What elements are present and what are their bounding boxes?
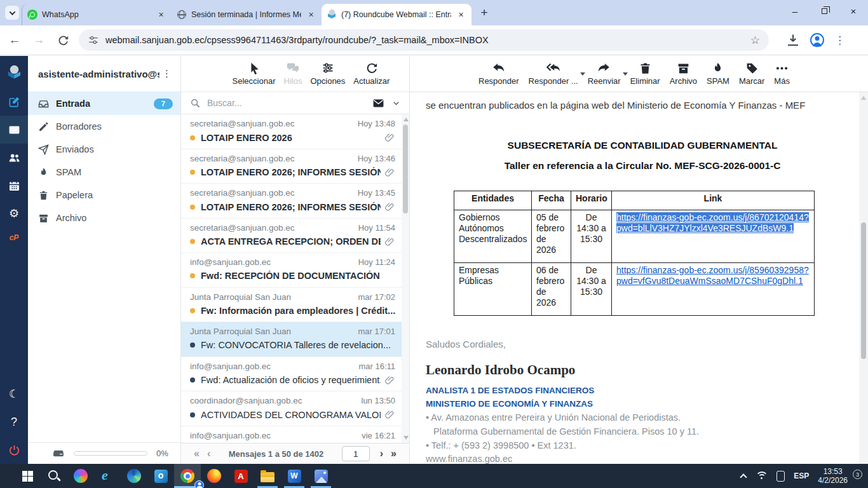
dark-mode-moon-icon[interactable]: ☾ [0, 380, 28, 408]
message-row[interactable]: secretaria@sanjuan.gob.ec Hoy 13:48 LOTA… [181, 114, 402, 149]
folder-item[interactable]: Entrada 7 [28, 92, 180, 115]
downloads-button[interactable] [785, 32, 801, 48]
taskbar-app-button[interactable] [147, 464, 174, 488]
message-toolbar-button[interactable]: Marcar [739, 62, 764, 86]
list-toolbar-button[interactable]: Hilos [284, 62, 302, 86]
folder-item[interactable]: Papelera [28, 184, 180, 207]
message-row[interactable]: secretaria@sanjuan.gob.ec Hoy 11:54 ACTA… [181, 219, 402, 254]
taskbar-app-button[interactable] [41, 464, 67, 488]
help-button[interactable]: ? [0, 408, 28, 436]
tab-search-button[interactable] [5, 6, 19, 20]
folder-item[interactable]: Enviados [28, 138, 180, 161]
compose-button[interactable] [0, 88, 28, 116]
read-status-dot[interactable] [190, 170, 195, 175]
taskbar-app-button[interactable] [227, 464, 254, 488]
hidden-icons-chevron[interactable] [740, 473, 747, 480]
page-number-input[interactable] [342, 446, 370, 461]
message-row[interactable]: secretaria@sanjuan.gob.ec Hoy 13:46 LOTA… [181, 149, 402, 184]
message-toolbar-button[interactable]: Eliminar [630, 62, 660, 86]
bookmark-star-icon[interactable]: ☆ [750, 34, 760, 47]
list-toolbar-button[interactable]: Seleccionar [233, 62, 276, 86]
new-tab-button[interactable]: + [475, 4, 493, 22]
folder-item[interactable]: Archivo [28, 207, 180, 229]
mail-nav-button[interactable] [0, 116, 28, 144]
forward-button[interactable]: → [29, 30, 48, 50]
language-indicator[interactable]: ESP [794, 471, 809, 480]
taskbar-app-button[interactable] [254, 464, 281, 488]
message-row[interactable]: Junta Parroquial San Juan mar 17:02 Fw: … [181, 288, 402, 323]
scrollbar-thumb[interactable] [403, 125, 408, 214]
message-row[interactable]: coordinador@sanjuan.gob.ec lun 13:50 ACT… [181, 391, 402, 426]
list-toolbar-button[interactable]: Actualizar [353, 62, 390, 86]
back-button[interactable]: ← [5, 30, 24, 50]
message-toolbar-button[interactable]: Archivo [670, 62, 697, 86]
folder-item[interactable]: Borradores [28, 115, 180, 138]
clock[interactable]: 13:53 4/2/2026 [818, 467, 848, 485]
site-settings-icon[interactable] [88, 34, 99, 46]
message-toolbar-button[interactable]: SPAM [707, 62, 729, 86]
tab-close-icon[interactable]: × [306, 10, 316, 20]
tab-close-icon[interactable]: × [156, 10, 166, 20]
zoom-link[interactable]: https://finanzas-gob-ec.zoom.us/j/867021… [616, 212, 809, 233]
tab-close-icon[interactable]: × [456, 10, 466, 20]
message-row[interactable]: info@sanjuan.gob.ec vie 16:21 [181, 426, 402, 444]
browser-tab[interactable]: (7) Roundcube Webmail :: Entra × [322, 4, 471, 25]
window-close-button[interactable]: × [839, 0, 868, 22]
dropdown-chevron-icon[interactable] [580, 72, 585, 78]
settings-gear-icon[interactable]: ⚙ [0, 200, 28, 227]
cpanel-icon[interactable]: cP [10, 227, 19, 248]
list-scrollbar[interactable] [402, 114, 409, 443]
read-status-dot[interactable] [190, 205, 195, 210]
message-row[interactable]: info@sanjuan.gob.ec mar 16:11 Fwd: Actua… [181, 357, 402, 392]
address-bar[interactable]: webmail.sanjuan.gob.ec/cpsess9964711463/… [79, 29, 769, 51]
calendar-nav-button[interactable] [0, 172, 28, 200]
search-scope-envelope-icon[interactable] [372, 97, 384, 109]
message-row[interactable]: Junta Parroquial San Juan mar 17:01 Fw: … [181, 322, 402, 357]
url-text[interactable]: webmail.sanjuan.gob.ec/cpsess9964711463/… [105, 35, 745, 45]
taskbar-app-button[interactable] [201, 464, 227, 488]
folder-item[interactable]: SPAM [28, 161, 180, 184]
scroll-up-arrow[interactable] [403, 118, 409, 121]
scroll-up-arrow[interactable] [861, 96, 866, 100]
message-row[interactable]: info@sanjuan.gob.ec Hoy 11:24 Fwd: RECEP… [181, 253, 402, 288]
read-status-dot[interactable] [190, 308, 195, 313]
browser-tab[interactable]: WhatsApp × [22, 4, 172, 25]
taskbar-app-button[interactable] [121, 464, 147, 488]
content-scrollbar[interactable] [859, 92, 868, 464]
account-menu-icon[interactable]: ⋮ [159, 68, 174, 79]
taskbar-app-button[interactable] [67, 464, 94, 488]
message-toolbar-button[interactable]: Responder ... [529, 62, 578, 86]
dropdown-chevron-icon[interactable] [623, 72, 628, 78]
search-input[interactable] [207, 98, 372, 108]
message-toolbar-button[interactable]: Responder [478, 62, 519, 86]
taskbar-app-button[interactable] [281, 464, 308, 488]
contacts-nav-button[interactable] [0, 144, 28, 172]
window-restore-button[interactable] [810, 0, 839, 22]
phone-link-icon[interactable] [776, 471, 785, 482]
browser-tab[interactable]: Sesión terminada | Informes Me × [172, 4, 322, 25]
prev-page-button[interactable]: ‹ [203, 448, 214, 459]
taskbar-app-button[interactable] [94, 464, 121, 488]
wifi-icon[interactable] [755, 471, 768, 480]
logout-power-button[interactable] [0, 436, 28, 464]
profile-avatar[interactable] [810, 33, 824, 47]
read-status-dot[interactable] [190, 412, 195, 417]
read-status-dot[interactable] [190, 377, 195, 383]
read-status-dot[interactable] [190, 239, 195, 244]
next-page-button[interactable]: › [376, 448, 387, 459]
window-minimize-button[interactable]: – [780, 0, 810, 22]
read-status-dot[interactable] [190, 135, 195, 140]
taskbar-app-button[interactable] [308, 464, 334, 488]
scroll-down-arrow[interactable] [403, 436, 409, 440]
taskbar-app-button[interactable] [174, 464, 201, 488]
read-status-dot[interactable] [190, 342, 195, 348]
read-status-dot[interactable] [190, 273, 195, 278]
message-toolbar-button[interactable]: Reenviar [588, 62, 621, 86]
last-page-button[interactable]: » [387, 448, 400, 459]
taskbar-app-button[interactable] [14, 464, 41, 488]
browser-menu-icon[interactable]: ⋮ [834, 34, 845, 47]
first-page-button[interactable]: « [190, 448, 203, 459]
search-options-chevron-icon[interactable] [392, 99, 400, 107]
message-row[interactable]: secretaria@sanjuan.gob.ec Hoy 13:45 LOTA… [181, 184, 402, 219]
zoom-link[interactable]: https://finanzas-gob-ec.zoom.us/j/859603… [616, 265, 809, 286]
